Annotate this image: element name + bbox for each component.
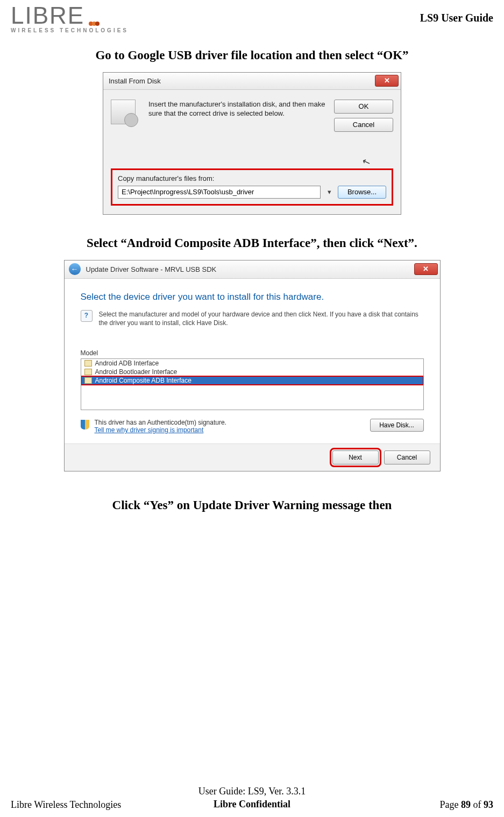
- dialog-body-text: Insert the manufacturer's installation d…: [148, 100, 334, 136]
- back-arrow-icon[interactable]: ←: [69, 263, 81, 275]
- logo-sub-text: WIRELESS TECHNOLOGIES: [11, 29, 129, 33]
- ok-button[interactable]: OK: [334, 100, 393, 114]
- dialog-subtext: Select the manufacturer and model of you…: [99, 310, 424, 328]
- chevron-down-icon[interactable]: ▾: [325, 186, 333, 198]
- device-icon: [84, 377, 92, 384]
- update-driver-dialog: ← Update Driver Software - MRVL USB SDK …: [64, 260, 441, 472]
- driver-signing-link[interactable]: Tell me why driver signing is important: [95, 426, 204, 434]
- footer-page: Page 89 of 93: [440, 799, 494, 811]
- logo-main-text: LIBRE: [11, 2, 84, 29]
- authenticode-text: This driver has an Authenticode(tm) sign…: [95, 419, 226, 426]
- close-icon[interactable]: ✕: [375, 75, 399, 87]
- logo-dots-icon: [89, 8, 100, 27]
- dialog-titlebar: Install From Disk ✕: [103, 73, 401, 90]
- cancel-button[interactable]: Cancel: [334, 118, 393, 132]
- model-label: Model: [81, 349, 424, 357]
- floppy-disk-icon: [111, 100, 136, 124]
- close-icon[interactable]: ✕: [414, 263, 438, 275]
- page-header: LIBRE WIRELESS TECHNOLOGIES LS9 User Gui…: [0, 0, 504, 33]
- model-listbox[interactable]: Android ADB Interface Android Bootloader…: [81, 358, 424, 410]
- list-item[interactable]: Android ADB Interface: [81, 359, 423, 368]
- list-item-selected[interactable]: Android Composite ADB Interface: [81, 376, 423, 385]
- dialog-title: Update Driver Software - MRVL USB SDK: [86, 265, 217, 273]
- info-icon: ?: [81, 310, 93, 322]
- list-item[interactable]: Android Bootloader Interface: [81, 368, 423, 376]
- footer-center: User Guide: LS9, Ver. 3.3.1 Libre Confid…: [198, 785, 306, 811]
- device-icon: [84, 360, 92, 367]
- device-icon: [84, 369, 92, 375]
- logo: LIBRE WIRELESS TECHNOLOGIES: [11, 5, 129, 33]
- have-disk-button[interactable]: Have Disk...: [370, 419, 424, 432]
- cancel-button[interactable]: Cancel: [384, 450, 430, 464]
- copy-from-highlight-box: ↖ Copy manufacturer's files from: ▾ Brow…: [111, 168, 393, 206]
- copy-from-label: Copy manufacturer's files from:: [118, 174, 386, 182]
- instruction-click-yes: Click “Yes” on Update Driver Warning mes…: [25, 498, 479, 512]
- next-button[interactable]: Next: [332, 450, 379, 464]
- document-title: LS9 User Guide: [420, 5, 493, 24]
- dialog-heading: Select the device driver you want to ins…: [81, 292, 424, 302]
- dialog-titlebar: ← Update Driver Software - MRVL USB SDK …: [65, 260, 440, 279]
- browse-button[interactable]: Browse...: [338, 186, 386, 199]
- shield-icon: [81, 420, 89, 429]
- instruction-select-adb: Select “Android Composite ADB Interface”…: [25, 236, 479, 250]
- path-input[interactable]: [118, 186, 321, 199]
- dialog-title: Install From Disk: [109, 77, 161, 85]
- install-from-disk-dialog: Install From Disk ✕ Insert the manufactu…: [103, 72, 401, 215]
- cursor-icon: ↖: [360, 155, 372, 169]
- footer-company: Libre Wireless Technologies: [11, 799, 121, 811]
- instruction-usb-driver-location: Go to Google USB driver file location an…: [25, 48, 479, 62]
